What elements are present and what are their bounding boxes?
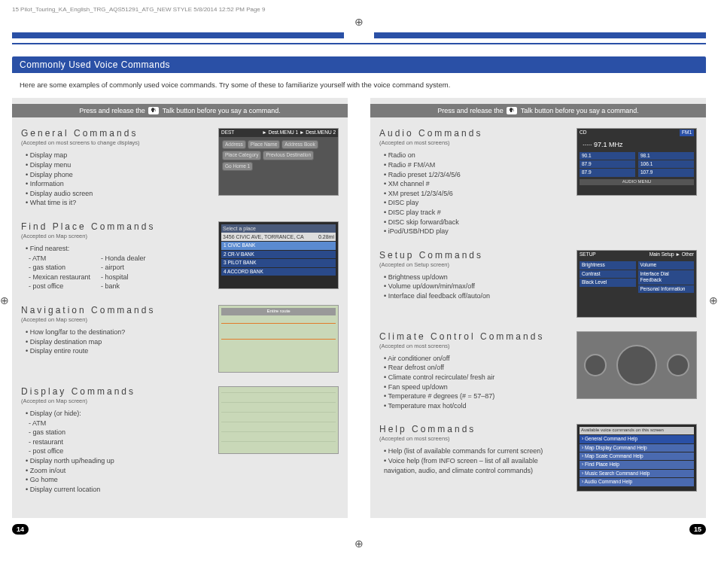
nav-accepted: (Accepted on Map screen) bbox=[21, 316, 211, 323]
audio-list: Radio onRadio # FM/AMRadio preset 1/2/3/… bbox=[379, 151, 569, 236]
climate-accepted: (Accepted on most screens) bbox=[379, 343, 569, 349]
intro-text: Here are some examples of commonly used … bbox=[20, 81, 706, 90]
talk-icon: 🗣 bbox=[507, 107, 517, 114]
find-thumb: Select a place 3456 CIVIC AVE, TORRANCE,… bbox=[218, 221, 339, 289]
audio-thumb: CDFM1 ····· 97.1 MHz 90.187.987.998.1106… bbox=[577, 128, 697, 196]
display-accepted: (Accepted on Map screen) bbox=[21, 398, 211, 404]
talk-icon: 🗣 bbox=[148, 107, 159, 114]
climate-heading: Climate Control Commands bbox=[379, 331, 569, 342]
setup-accepted: (Accepted on Setup screen) bbox=[379, 261, 569, 268]
section-title: Commonly Used Voice Commands bbox=[12, 56, 706, 73]
nav-list: How long/far to the destination?Display … bbox=[21, 328, 211, 356]
press-instruction-left: Press and release the 🗣 Talk button befo… bbox=[12, 104, 348, 118]
page-number-left: 14 bbox=[12, 524, 29, 535]
setup-heading: Setup Commands bbox=[379, 250, 569, 260]
climate-list: Air conditioner on/offRear defrost on/of… bbox=[379, 354, 569, 411]
left-column: Press and release the 🗣 Talk button befo… bbox=[12, 98, 348, 519]
general-heading: General Commands bbox=[21, 128, 211, 139]
find-list: Find nearest: bbox=[21, 244, 211, 254]
find-heading: Find Place Commands bbox=[21, 221, 211, 232]
help-heading: Help Commands bbox=[379, 424, 569, 434]
display-thumb bbox=[218, 386, 339, 454]
setup-thumb: SETUPMain Setup ► Other BrightnessContra… bbox=[577, 250, 697, 318]
nav-heading: Navigation Commands bbox=[21, 305, 211, 315]
find-accepted: (Accepted on Map screen) bbox=[21, 233, 211, 239]
slugline: 15 Pilot_Touring_KA_English_TRG_AQS51291… bbox=[12, 6, 706, 13]
registration-mark-left: ⊕ bbox=[0, 294, 9, 306]
help-list: Help (list of available commands for cur… bbox=[379, 446, 569, 475]
general-accepted: (Accepted on most screens to change disp… bbox=[21, 139, 211, 146]
registration-mark-right: ⊕ bbox=[709, 294, 718, 306]
general-list: Display mapDisplay menuDisplay phoneInfo… bbox=[21, 151, 211, 208]
press-instruction-right: Press and release the 🗣 Talk button befo… bbox=[370, 104, 706, 118]
registration-mark-bottom: ⊕ bbox=[12, 538, 706, 550]
header-bars bbox=[12, 32, 706, 38]
page-number-right: 15 bbox=[689, 524, 706, 535]
nav-thumb: Entire route bbox=[218, 305, 339, 373]
audio-accepted: (Accepted on most screens) bbox=[379, 139, 569, 146]
registration-mark-top: ⊕ bbox=[12, 16, 706, 28]
general-thumb: DEST► Dest.MENU 1 ► Dest.MENU 2 AddressP… bbox=[218, 128, 339, 196]
climate-thumb bbox=[577, 331, 697, 399]
audio-heading: Audio Commands bbox=[379, 128, 569, 139]
setup-list: Brightness up/downVolume up/down/min/max… bbox=[379, 273, 569, 301]
display-heading: Display Commands bbox=[21, 386, 211, 397]
display-list: Display (or hide): bbox=[21, 409, 211, 419]
right-column: Press and release the 🗣 Talk button befo… bbox=[370, 98, 706, 519]
help-thumb: Available voice commands on this screen … bbox=[577, 424, 697, 492]
help-accepted: (Accepted on most screens) bbox=[379, 435, 569, 442]
